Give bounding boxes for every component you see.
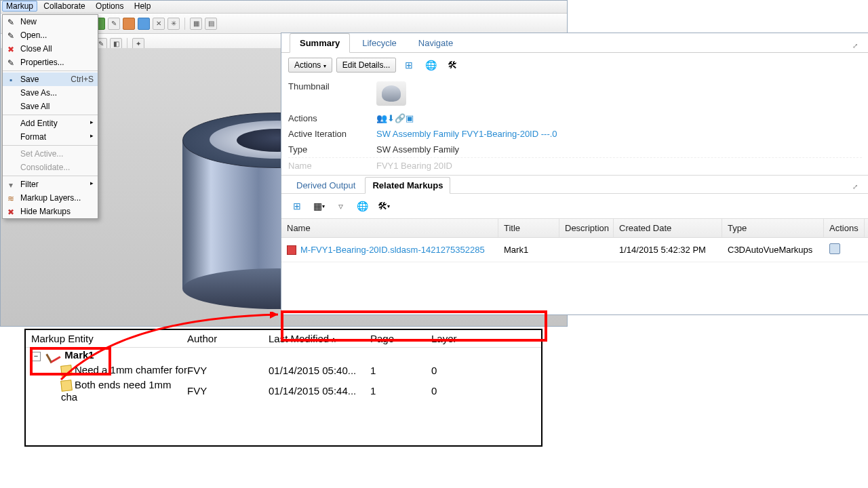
tools-icon[interactable]: 🛠 [443,57,461,73]
filter-icon[interactable]: ▿ [332,198,349,214]
menu-close-all[interactable]: ✖Close All [3,42,98,56]
globe-icon[interactable]: 🌐 [353,198,371,214]
col-description[interactable]: Description [559,219,614,237]
col-page[interactable]: Page [370,333,431,344]
tab-lifecycle[interactable]: Lifecycle [353,34,406,52]
save-icon: ▪ [5,75,16,85]
prop-value: SW Assembly Family [376,144,459,155]
menu-format[interactable]: Format▸ [3,130,98,144]
col-modified[interactable]: Last Modified [269,333,370,344]
tree-child-row[interactable]: Need a 1mm chamfer for FVY 01/14/2015 05… [26,363,541,378]
markups-grid-row[interactable]: M-FVY1-Bearing-20ID.sldasm-1421275352285… [281,238,868,262]
tab-related-markups[interactable]: Related Markups [365,177,450,194]
submenu-arrow-icon: ▸ [90,180,94,186]
menu-collaborate[interactable]: Collaborate [39,1,89,12]
hide-icon: ✖ [5,207,16,218]
toolbar-icon[interactable]: ▦ [190,18,202,30]
actions-button[interactable]: Actions ▾ [288,58,332,73]
panel-toolbar: Actions ▾ Edit Details... ⊞ 🌐 🛠 [281,53,868,77]
menu-options[interactable]: Options [92,1,127,12]
prop-label: Type [288,144,376,155]
prop-label: Active Iteration [288,129,376,139]
action-icons[interactable]: 👥⬇🔗▣ [376,113,414,123]
cell-page: 1 [370,365,431,376]
col-layer[interactable]: Layer [431,333,492,344]
menu-filter[interactable]: ▾Filter▸ [3,178,98,191]
col-title[interactable]: Title [498,219,559,237]
tab-navigate[interactable]: Navigate [409,34,462,52]
thumbnail-image [376,81,406,106]
markups-grid-header: Name Title Description Created Date Type… [281,218,868,238]
toolbar-icon[interactable]: ✎ [108,18,120,30]
separator [3,176,98,176]
table-icon[interactable]: ▦▾ [310,198,328,214]
col-entity[interactable]: Markup Entity [31,333,187,344]
expand-icon[interactable]: ⤢ [850,39,861,52]
entity-text: Need a 1mm chamfer for [75,364,187,375]
tab-summary[interactable]: Summary [290,33,350,53]
menu-save[interactable]: ▪SaveCtrl+S [3,73,98,86]
toolbar-icon[interactable]: ✳ [167,18,180,30]
menu-hide-markups[interactable]: ✖Hide Markups [3,205,98,218]
cell-author: FVY [187,385,269,396]
active-iteration-link[interactable]: SW Assembly Family FVY1-Bearing-20ID ---… [376,129,557,139]
expand-icon[interactable]: ⤢ [850,180,861,193]
separator [3,115,98,115]
markup-link[interactable]: M-FVY1-Bearing-20ID.sldasm-1421275352285 [300,245,485,255]
col-type[interactable]: Type [722,219,824,237]
panel-tabs: Summary Lifecycle Navigate ⤢ [281,33,868,53]
prop-label: Thumbnail [288,81,376,108]
toolbar-icon[interactable]: ▤ [205,18,217,30]
markup-icon [46,348,61,363]
separator [3,70,98,71]
entity-text: Both ends need 1mm cha [61,379,172,403]
toolbar-icon[interactable]: ✕ [153,18,165,30]
menu-markup-layers[interactable]: ≋Markup Layers... [3,191,98,205]
menu-save-all[interactable]: Save All [3,100,98,113]
close-icon: ✖ [5,44,16,55]
toolbar-icon[interactable] [138,18,150,30]
col-actions[interactable]: Actions [824,219,865,237]
filter-icon: ▾ [5,180,16,190]
markup-entity-panel: Markup Entity Author Last Modified Page … [24,329,542,447]
menu-open[interactable]: ✎Open... [3,28,98,42]
tools-icon[interactable]: 🛠▾ [375,198,393,214]
edit-details-button[interactable]: Edit Details... [336,58,397,73]
cell-modified: 01/14/2015 05:44... [269,385,370,396]
menu-help[interactable]: Help [130,1,155,12]
menu-new[interactable]: ✎New [3,15,98,28]
tree-child-row[interactable]: Both ends need 1mm cha FVY 01/14/2015 05… [26,378,541,404]
note-icon [60,365,73,377]
cell-description [559,245,614,256]
menu-set-active: Set Active... [3,147,98,161]
info-panel: Summary Lifecycle Navigate ⤢ Actions ▾ E… [281,33,868,315]
menubar: Markup Collaborate Options Help [1,1,567,14]
add-icon[interactable]: ⊞ [400,57,418,73]
menu-markup[interactable]: Markup [2,1,37,12]
shortcut-label: Ctrl+S [71,75,94,84]
col-author[interactable]: Author [187,333,269,344]
col-name[interactable]: Name [281,219,498,237]
tab-derived-output[interactable]: Derived Output [290,178,362,193]
cell-created: 1/14/2015 5:42:32 PM [614,239,722,260]
tree-root-row[interactable]: − Mark1 [26,348,541,363]
cell-actions[interactable] [824,238,865,262]
menu-save-as[interactable]: Save As... [3,86,98,100]
layers-icon: ≋ [5,193,16,204]
cell-author: FVY [187,365,269,376]
cell-layer: 0 [431,365,492,376]
add-icon[interactable]: ⊞ [288,198,306,214]
properties-list: Thumbnail Actions👥⬇🔗▣ Active IterationSW… [281,77,868,175]
note-icon [60,380,73,392]
menu-properties[interactable]: ✎Properties... [3,56,98,69]
toolbar-icon[interactable] [123,18,135,30]
globe-icon[interactable]: 🌐 [422,57,439,73]
menu-consolidate: Consolidate... [3,161,98,174]
menu-add-entity[interactable]: Add Entity▸ [3,117,98,130]
cell-layer: 0 [431,385,492,396]
cell-title: Mark1 [498,239,559,260]
submenu-arrow-icon: ▸ [90,132,94,139]
col-created[interactable]: Created Date [614,219,722,237]
markup-menu-dropdown: ✎New ✎Open... ✖Close All ✎Properties... … [2,14,98,219]
tree-collapse-icon[interactable]: − [31,352,41,361]
